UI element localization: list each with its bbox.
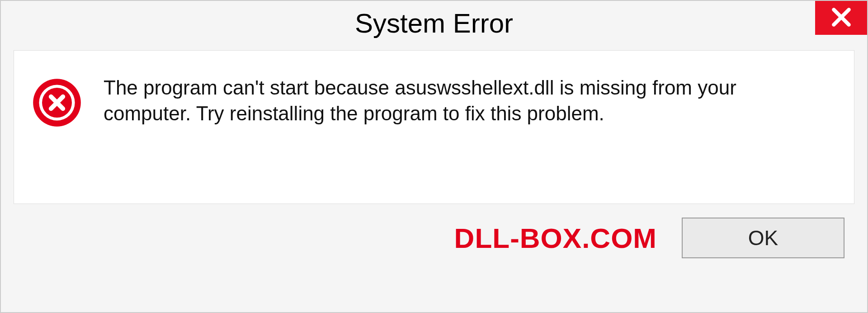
content-area: The program can't start because asuswssh… bbox=[14, 50, 854, 204]
close-icon bbox=[830, 6, 853, 30]
error-dialog: System Error The program can't start bec… bbox=[0, 0, 868, 313]
titlebar: System Error bbox=[1, 1, 867, 50]
dialog-footer: DLL-BOX.COM OK bbox=[1, 204, 867, 258]
dialog-title: System Error bbox=[355, 8, 513, 39]
brand-label: DLL-BOX.COM bbox=[454, 222, 657, 254]
ok-button[interactable]: OK bbox=[682, 218, 844, 258]
ok-button-label: OK bbox=[748, 226, 778, 250]
error-message: The program can't start because asuswssh… bbox=[104, 73, 836, 126]
error-icon bbox=[32, 78, 82, 128]
close-button[interactable] bbox=[815, 1, 867, 35]
